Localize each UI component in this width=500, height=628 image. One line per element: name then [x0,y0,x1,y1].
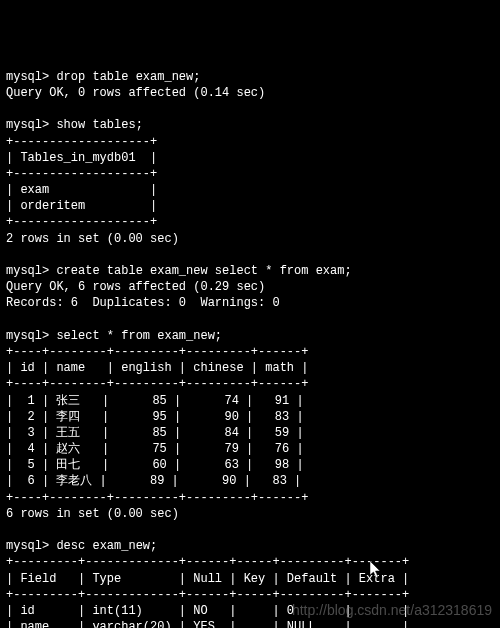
result-select: 6 rows in set (0.00 sec) [6,507,179,521]
result-show-tables: 2 rows in set (0.00 sec) [6,232,179,246]
desc-border-mid: +---------+-------------+------+-----+--… [6,588,409,602]
prompt-2: mysql> show tables; [6,118,143,132]
select-header: | id | name | english | chinese | math | [6,361,308,375]
show-tables-border-mid: +-------------------+ [6,167,157,181]
show-tables-border-top: +-------------------+ [6,135,157,149]
desc-header: | Field | Type | Null | Key | Default | … [6,572,409,586]
cmd-drop: drop table exam_new; [56,70,200,84]
show-tables-border-bot: +-------------------+ [6,215,157,229]
prompt-3: mysql> create table exam_new select * fr… [6,264,352,278]
show-tables-header: | Tables_in_mydb01 | [6,151,157,165]
show-tables-row: | orderitem | [6,199,157,213]
watermark: http://blog.csdn.net/a312318619 [292,601,492,620]
table-row: | 4 | 赵六 | 75 | 79 | 76 | [6,442,304,456]
table-row: | name | varchar(20) | YES | | NULL | | [6,620,409,628]
result-create-b: Records: 6 Duplicates: 0 Warnings: 0 [6,296,280,310]
cmd-desc: desc exam_new; [56,539,157,553]
show-tables-row: | exam | [6,183,157,197]
table-row: | 2 | 李四 | 95 | 90 | 83 | [6,410,304,424]
table-row: | 3 | 王五 | 85 | 84 | 59 | [6,426,304,440]
table-row: | 5 | 田七 | 60 | 63 | 98 | [6,458,304,472]
select-border-bot: +----+--------+---------+---------+-----… [6,491,308,505]
table-row: | 1 | 张三 | 85 | 74 | 91 | [6,394,304,408]
cmd-create: create table exam_new select * from exam… [56,264,351,278]
prompt-1: mysql> drop table exam_new; [6,70,200,84]
result-drop: Query OK, 0 rows affected (0.14 sec) [6,86,265,100]
prompt-5: mysql> desc exam_new; [6,539,157,553]
result-create-a: Query OK, 6 rows affected (0.29 sec) [6,280,265,294]
prompt-4: mysql> select * from exam_new; [6,329,222,343]
select-border-mid: +----+--------+---------+---------+-----… [6,377,308,391]
table-row: | 6 | 李老八 | 89 | 90 | 83 | [6,474,301,488]
cmd-show-tables: show tables; [56,118,142,132]
select-border-top: +----+--------+---------+---------+-----… [6,345,308,359]
desc-border-top: +---------+-------------+------+-----+--… [6,555,409,569]
cmd-select: select * from exam_new; [56,329,222,343]
